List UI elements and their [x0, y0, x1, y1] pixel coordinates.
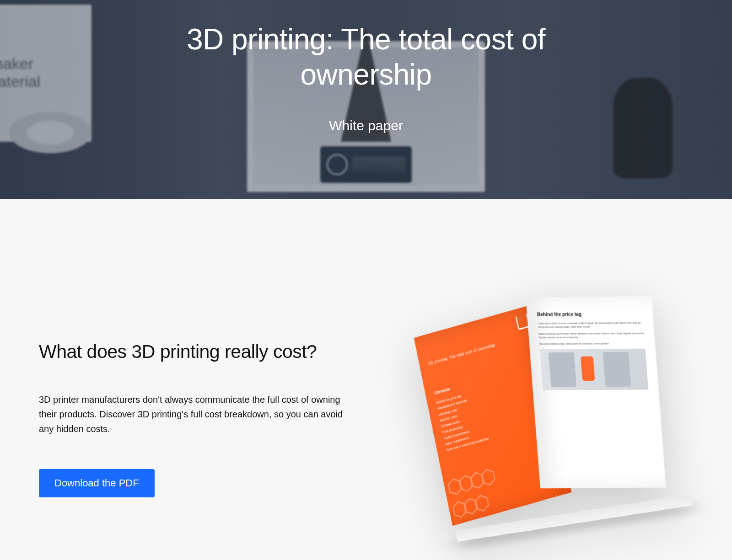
brochure-right-page: Behind the price tag Lorem ipsum dolor s…: [526, 296, 666, 488]
section-heading: What does 3D printing really cost?: [39, 339, 359, 364]
hero-subtitle: White paper: [329, 118, 403, 133]
brochure-right-paragraph: Itaque ad tempus ad Pisonem omnes. Besti…: [538, 331, 644, 339]
section-body: 3D printer manufacturers don't always co…: [39, 392, 355, 436]
brochure-mockup: 3D printing: The total cost of ownership…: [398, 287, 684, 549]
hero-banner: 3D printing: The total cost of ownership…: [0, 0, 732, 199]
hero-title: 3D printing: The total cost of ownership: [137, 22, 595, 92]
hexagon-pattern-icon: ⬡⬡⬡⬡⬡⬡⬡: [445, 464, 499, 523]
content-text-column: What does 3D printing really cost? 3D pr…: [39, 339, 359, 497]
brochure-preview: 3D printing: The total cost of ownership…: [387, 281, 695, 555]
brochure-photo: [539, 349, 648, 390]
main-content: What does 3D printing really cost? 3D pr…: [0, 199, 732, 560]
brochure-right-paragraph: Lorem ipsum dolor sit amet, consectetur …: [538, 321, 644, 329]
brochure-right-paragraph: Res enim fortasse verae, certe graves it…: [539, 341, 645, 346]
brochure-contents-list: Behind the price tag Hardware and materi…: [436, 371, 548, 453]
download-pdf-button[interactable]: Download the PDF: [39, 469, 155, 497]
brochure-right-heading: Behind the price tag: [537, 311, 643, 317]
brochure-left-title: 3D printing: The total cost of ownership: [428, 333, 530, 366]
